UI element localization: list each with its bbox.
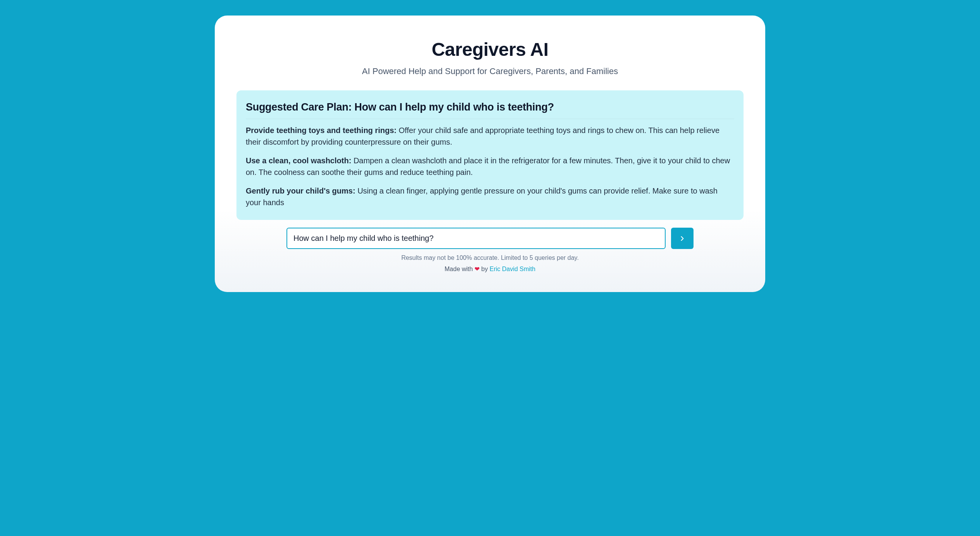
author-link[interactable]: Eric David Smith xyxy=(490,266,535,272)
result-item-bold: Provide teething toys and teething rings… xyxy=(246,126,399,135)
result-heading-query: How can I help my child who is teething? xyxy=(354,101,554,113)
page-subtitle: AI Powered Help and Support for Caregive… xyxy=(236,66,744,76)
result-item: Gently rub your child's gums: Using a cl… xyxy=(246,185,734,208)
chevron-right-icon xyxy=(678,235,686,242)
result-heading-prefix: Suggested Care Plan: xyxy=(246,101,354,113)
credit-by: by xyxy=(480,266,490,272)
result-item: Use a clean, cool washcloth: Dampen a cl… xyxy=(246,155,734,178)
result-text: Provide teething toys and teething rings… xyxy=(246,119,734,208)
result-heading: Suggested Care Plan: How can I help my c… xyxy=(246,101,734,113)
main-card: Caregivers AI AI Powered Help and Suppor… xyxy=(215,16,765,292)
result-item-bold: Use a clean, cool washcloth: xyxy=(246,156,354,165)
heart-icon: ❤ xyxy=(474,266,480,272)
disclaimer-text: Results may not be 100% accurate. Limite… xyxy=(236,254,744,261)
credit-made-with: Made with xyxy=(445,266,474,272)
page-title: Caregivers AI xyxy=(236,39,744,60)
submit-button[interactable] xyxy=(671,228,694,249)
input-row xyxy=(286,228,694,249)
credit-line: Made with ❤ by Eric David Smith xyxy=(236,265,744,273)
query-input[interactable] xyxy=(286,228,666,249)
result-item-bold: Gently rub your child's gums: xyxy=(246,187,357,195)
result-panel: Suggested Care Plan: How can I help my c… xyxy=(236,90,744,220)
result-item: Provide teething toys and teething rings… xyxy=(246,124,734,148)
